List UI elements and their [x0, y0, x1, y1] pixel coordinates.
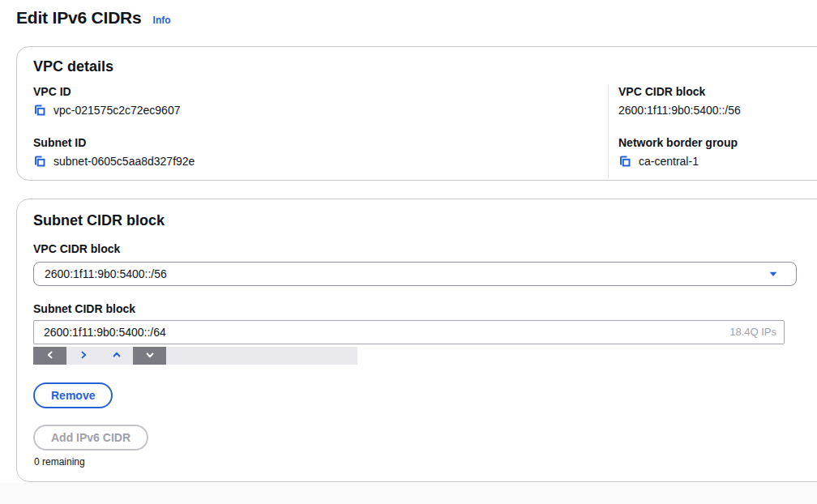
- chevron-down-button[interactable]: [133, 347, 166, 365]
- vpc-cidr-select[interactable]: 2600:1f11:9b0:5400::/56: [33, 262, 797, 286]
- chevron-left-icon: [45, 350, 55, 362]
- page-title: Edit IPv6 CIDRs: [16, 8, 142, 28]
- chevron-down-icon: [145, 350, 155, 362]
- subnet-id-value: subnet-0605c5aa8d327f92e: [53, 153, 195, 169]
- copy-subnet-id-button[interactable]: [33, 155, 46, 168]
- vpc-details-heading: VPC details: [33, 58, 113, 75]
- chevron-right-icon: [79, 350, 88, 362]
- subnet-cidr-input-wrap: 18.4Q IPs: [33, 320, 785, 344]
- vpc-details-right-column: VPC CIDR block 2600:1f11:9b0:5400::/56 N…: [618, 84, 741, 186]
- vpc-details-card: VPC details VPC ID vpc-021575c2c72ec9607…: [16, 46, 817, 181]
- vpc-id-value: vpc-021575c2c72ec9607: [53, 102, 180, 118]
- copy-vpc-id-button[interactable]: [33, 104, 46, 117]
- vpc-cidr-select-label: VPC CIDR block: [33, 242, 120, 255]
- page-bottom-background: [0, 483, 817, 504]
- vpc-details-left-column: VPC ID vpc-021575c2c72ec9607 Subnet ID: [33, 84, 195, 186]
- chevron-up-icon: [112, 350, 122, 362]
- remove-button[interactable]: Remove: [33, 382, 113, 408]
- chevron-up-button[interactable]: [100, 347, 133, 365]
- chevron-right-button[interactable]: [66, 347, 100, 365]
- vpc-cidr-block-label: VPC CIDR block: [618, 84, 741, 99]
- subnet-cidr-heading: Subnet CIDR block: [33, 212, 165, 229]
- info-link[interactable]: Info: [153, 15, 171, 26]
- vpc-cidr-selected-value: 2600:1f11:9b0:5400::/56: [45, 267, 167, 280]
- column-divider: [608, 84, 609, 178]
- network-border-group-field: Network border group ca-central-1: [618, 135, 741, 169]
- chevron-down-icon: [768, 268, 779, 280]
- copy-icon: [618, 155, 631, 168]
- add-ipv6-cidr-button[interactable]: Add IPv6 CIDR: [33, 425, 148, 451]
- subnet-cidr-input[interactable]: [33, 320, 785, 344]
- cidr-arrow-strip: [33, 347, 357, 365]
- subnet-id-field: Subnet ID subnet-0605c5aa8d327f92e: [33, 135, 195, 169]
- subnet-id-label: Subnet ID: [33, 135, 195, 150]
- network-border-group-label: Network border group: [618, 135, 741, 150]
- edit-ipv6-cidrs-page: Edit IPv6 CIDRs Info VPC details VPC ID …: [0, 0, 817, 504]
- chevron-left-button[interactable]: [33, 347, 66, 365]
- subnet-cidr-input-label: Subnet CIDR block: [33, 302, 135, 315]
- copy-network-border-group-button[interactable]: [618, 155, 631, 168]
- remaining-count: 0 remaining: [34, 456, 85, 468]
- page-header: Edit IPv6 CIDRs Info: [16, 8, 171, 28]
- vpc-cidr-block-value: 2600:1f11:9b0:5400::/56: [618, 102, 741, 118]
- vpc-id-label: VPC ID: [33, 84, 195, 99]
- copy-icon: [33, 104, 46, 117]
- subnet-cidr-card: Subnet CIDR block VPC CIDR block 2600:1f…: [16, 199, 817, 482]
- vpc-cidr-block-field: VPC CIDR block 2600:1f11:9b0:5400::/56: [618, 84, 741, 118]
- copy-icon: [33, 155, 46, 168]
- vpc-id-field: VPC ID vpc-021575c2c72ec9607: [33, 84, 195, 118]
- network-border-group-value: ca-central-1: [639, 153, 699, 169]
